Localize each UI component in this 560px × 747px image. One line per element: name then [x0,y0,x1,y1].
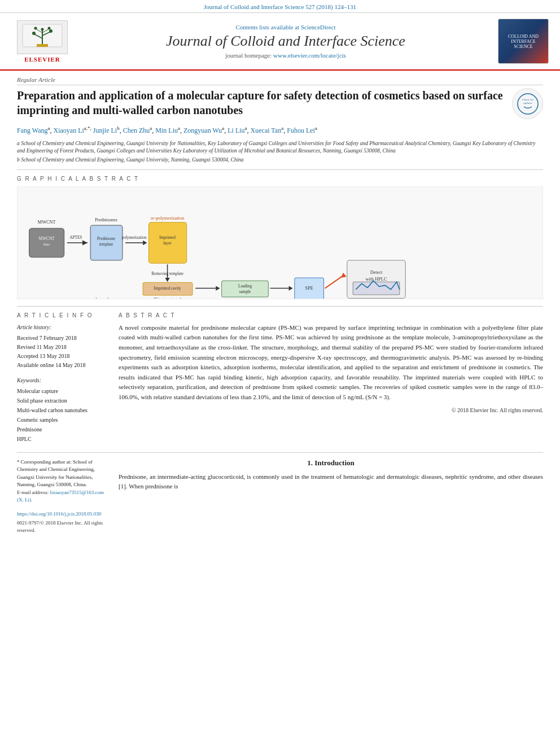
contents-available: Contents lists available at ScienceDirec… [73,24,498,30]
divider-1 [17,169,543,170]
copyright-line: © 2018 Elsevier Inc. All rights reserved… [119,407,543,413]
elsevier-logo: ELSEVIER [11,20,73,63]
doi-section: https://doi.org/10.1016/j.jcis.2018.05.0… [17,509,107,518]
author-4: Chen Zhu [123,126,150,134]
keyword-5: Prednisone [17,425,107,434]
graphical-abstract-heading: G R A P H I C A L A B S T R A C T [17,176,543,182]
corresponding-author-note: * Corresponding author at: School of Che… [17,458,107,489]
svg-text:Loading: Loading [238,283,252,288]
svg-text:polymerization: polymerization [122,235,147,240]
svg-text:This imprinted: This imprinted [154,297,182,299]
svg-point-9 [48,27,51,30]
email-label: E-mail address: [17,490,49,495]
info-abstract-section: A R T I C L E I N F O Article history: R… [17,312,543,444]
svg-text:Prednisone: Prednisone [97,237,115,241]
abstract-heading: A B S T R A C T [119,312,543,318]
svg-rect-36 [222,281,269,297]
history-title: Article history: [17,323,107,332]
svg-text:polymer layer: polymer layer [91,297,117,299]
affiliation-b: b School of Chemistry and Chemical Engin… [17,156,543,164]
svg-text:filter: filter [43,242,50,246]
keyword-2: Solid phase extraction [17,396,107,405]
keywords-section: Keywords: Molecular capture Solid phase … [17,375,107,444]
keywords-title: Keywords: [17,375,107,385]
svg-point-8 [34,27,37,30]
svg-point-6 [32,32,36,35]
svg-text:with HPLC: with HPLC [366,277,387,282]
journal-top-bar: Journal of Colloid and Interface Science… [0,0,560,13]
author-8: Xuecai Tan [251,126,282,134]
keyword-3: Multi-walled carbon nanotubes [17,405,107,415]
accepted-date: Accepted 13 May 2018 [17,352,107,361]
issn-line: 0021-9797/© 2018 Elsevier Inc. All right… [17,519,107,535]
article-history: Article history: Received 7 February 201… [17,323,107,370]
svg-text:SPE: SPE [305,286,313,291]
abstract-col: A B S T R A C T A novel composite materi… [119,312,543,444]
keyword-1: Molecular capture [17,386,107,396]
revised-date: Revised 11 May 2018 [17,343,107,352]
svg-text:MWCNT: MWCNT [38,220,56,225]
divider-2 [17,306,543,307]
author-9: Fuhou Lei [287,126,315,134]
graphical-abstract-section: G R A P H I C A L A B S T R A C T MWCNT … [17,176,543,299]
journal-logo-right: COLLOID AND INTERFACE SCIENCE [498,19,549,64]
graphical-abstract-image: MWCNT filter APTES Prednisone template p… [17,186,543,299]
check-updates-badge: Check for updates [512,88,543,119]
sciencedirect-link[interactable]: ScienceDirect [301,24,336,30]
article-content: Regular Article Preparation and applicat… [0,71,560,546]
svg-marker-24 [143,241,147,245]
author-6: Zongyuan Wu [183,126,222,134]
homepage-url[interactable]: www.elsevier.com/locate/jcis [273,52,346,59]
author-5: Min Liu [155,126,178,134]
header-section: ELSEVIER Contents lists available at Sci… [0,13,560,71]
authors-line: Fang Wanga, Xiaoyan Lia,*, Junjie Lib, C… [17,125,543,136]
svg-text:Detect: Detect [370,270,383,275]
homepage-info: journal homepage: www.elsevier.com/locat… [73,52,498,59]
received-date: Received 7 February 2018 [17,334,107,343]
article-info-col: A R T I C L E I N F O Article history: R… [17,312,107,444]
abstract-text: A novel composite material for prednison… [119,323,543,403]
elsevier-brand: ELSEVIER [24,56,60,63]
svg-text:Imprinted cavity: Imprinted cavity [154,286,181,291]
bottom-section: * Corresponding author at: School of Che… [17,458,543,535]
journal-citation: Journal of Colloid and Interface Science… [204,3,356,10]
svg-marker-40 [289,286,293,290]
available-date: Available online 14 May 2018 [17,361,107,370]
article-info-heading: A R T I C L E I N F O [17,312,107,318]
keyword-6: HPLC [17,434,107,444]
svg-text:Imprinted: Imprinted [159,235,176,240]
svg-text:layer: layer [163,241,172,246]
article-type: Regular Article [17,76,543,85]
author-1: Fang Wang [17,126,47,134]
header-center: Contents lists available at ScienceDirec… [73,24,498,59]
footnote-star-text: * Corresponding author at: School of Che… [17,459,95,488]
elsevier-logo-area: ELSEVIER [11,20,73,63]
svg-text:updates: updates [523,102,532,104]
author-2: Xiaoyan Li [53,126,84,134]
page-wrapper: Journal of Colloid and Interface Science… [0,0,560,546]
footnotes-col: * Corresponding author at: School of Che… [17,458,107,535]
journal-name: Journal of Colloid and Interface Science [73,33,498,50]
article-title: Preparation and application of a molecul… [17,88,504,117]
affiliations: a School of Chemistry and Chemical Engin… [17,140,543,164]
svg-text:MWCNT: MWCNT [39,237,55,241]
svg-text:Prednisones: Prednisones [95,217,117,222]
divider-3 [17,452,543,453]
doi-link[interactable]: https://doi.org/10.1016/j.jcis.2018.05.0… [17,511,101,517]
keyword-4: Cosmetic samples [17,415,107,425]
svg-marker-35 [216,286,220,290]
svg-point-7 [49,29,53,33]
svg-rect-11 [37,44,48,47]
svg-text:re-polymerization: re-polymerization [151,216,184,221]
author-7: Li Liu [228,126,244,134]
svg-text:template: template [99,242,113,247]
svg-marker-30 [165,278,169,282]
introduction-col: 1. Introduction Prednisone, an intermedi… [119,458,543,535]
svg-text:sample: sample [239,290,251,294]
article-title-row: Preparation and application of a molecul… [17,88,543,119]
elsevier-logo-img [17,20,68,54]
svg-text:Check for: Check for [522,98,533,101]
svg-line-43 [325,275,344,289]
svg-text:Removing template: Removing template [151,272,183,276]
svg-text:APTES: APTES [69,235,82,240]
